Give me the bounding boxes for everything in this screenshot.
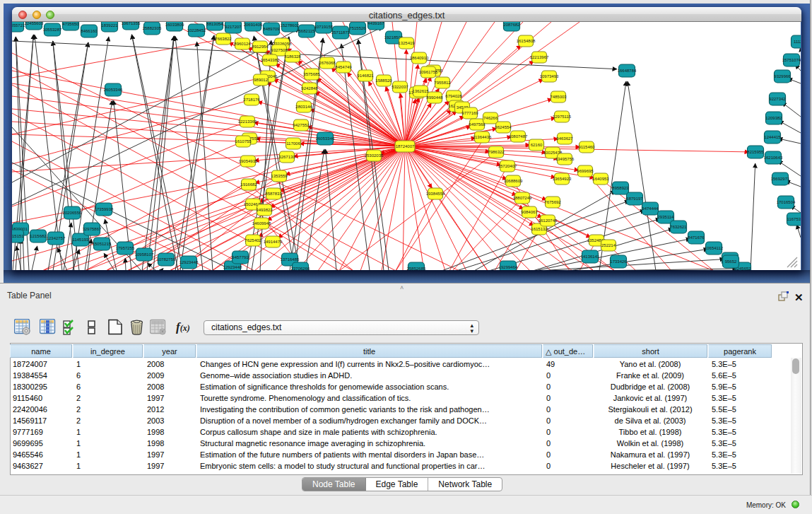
svg-text:4439167: 4439167 (367, 22, 384, 25)
svg-text:7663822: 7663822 (215, 37, 232, 41)
svg-text:6794028: 6794028 (445, 94, 462, 98)
svg-text:14136141: 14136141 (581, 255, 600, 259)
svg-text:8489709: 8489709 (263, 27, 280, 31)
svg-text:8215955: 8215955 (747, 150, 764, 154)
svg-text:7515526: 7515526 (349, 26, 366, 30)
svg-text:9115460: 9115460 (579, 145, 596, 149)
svg-text:6879197: 6879197 (626, 197, 643, 201)
svg-text:8454749: 8454749 (335, 65, 352, 69)
svg-text:7675692: 7675692 (544, 200, 561, 204)
svg-text:8990448: 8990448 (426, 95, 443, 100)
svg-text:15751074: 15751074 (782, 58, 801, 62)
svg-text:1916682: 1916682 (240, 182, 257, 187)
svg-text:2087682: 2087682 (503, 23, 520, 27)
svg-text:12923448: 12923448 (180, 260, 199, 264)
svg-text:1244415: 1244415 (764, 135, 781, 139)
svg-text:1353559: 1353559 (271, 174, 288, 178)
svg-text:9084067: 9084067 (521, 210, 538, 214)
svg-text:8471676: 8471676 (688, 235, 705, 240)
svg-text:3575685: 3575685 (303, 72, 320, 76)
svg-text:2803144: 2803144 (295, 105, 312, 109)
svg-text:25882305: 25882305 (143, 26, 162, 30)
svg-text:20691406: 20691406 (244, 23, 263, 27)
svg-text:17957255: 17957255 (116, 246, 135, 250)
svg-text:2935114: 2935114 (658, 215, 675, 219)
svg-text:10807487: 10807487 (509, 134, 528, 139)
svg-text:2718176: 2718176 (243, 98, 260, 102)
svg-text:15720407: 15720407 (498, 164, 517, 168)
svg-text:9242848: 9242848 (301, 86, 318, 90)
svg-text:16033809: 16033809 (165, 23, 184, 27)
svg-text:9463627: 9463627 (556, 136, 573, 141)
svg-text:23706266: 23706266 (291, 267, 310, 270)
svg-text:1588520: 1588520 (375, 78, 392, 83)
svg-text:5682115: 5682115 (299, 29, 316, 33)
svg-text:26053346: 26053346 (104, 88, 123, 92)
svg-text:9457791: 9457791 (232, 255, 249, 259)
svg-text:1839221: 1839221 (101, 23, 118, 28)
svg-text:12213967: 12213967 (530, 55, 549, 59)
svg-text:10671355: 10671355 (122, 22, 141, 25)
svg-text:25852685: 25852685 (407, 267, 426, 270)
svg-text:9217207: 9217207 (225, 25, 242, 29)
svg-text:19384554: 19384554 (426, 192, 445, 196)
svg-text:989012: 989012 (254, 78, 269, 82)
svg-text:10782759: 10782759 (157, 257, 176, 262)
svg-text:1640953: 1640953 (592, 177, 609, 181)
svg-text:746266: 746266 (483, 116, 498, 120)
svg-text:10719155: 10719155 (314, 25, 334, 29)
svg-text:117006: 117006 (286, 141, 300, 146)
svg-text:14914479: 14914479 (264, 240, 283, 244)
svg-text:13716485: 13716485 (281, 257, 300, 262)
svg-text:2676068: 2676068 (319, 61, 336, 65)
svg-text:17016504: 17016504 (777, 200, 796, 204)
svg-text:12213369: 12213369 (238, 119, 257, 124)
svg-text:18807249: 18807249 (513, 196, 532, 200)
svg-text:20206556: 20206556 (63, 211, 82, 215)
svg-text:7986322: 7986322 (488, 150, 505, 154)
svg-text:14609948: 14609948 (252, 221, 271, 226)
svg-text:8912954: 8912954 (252, 45, 269, 49)
svg-text:10228452: 10228452 (187, 28, 206, 33)
svg-text:26053346: 26053346 (316, 136, 335, 141)
svg-text:19299464: 19299464 (499, 265, 518, 269)
svg-text:16543382: 16543382 (261, 58, 280, 62)
svg-text:95652: 95652 (725, 259, 737, 264)
svg-text:9327508: 9327508 (271, 48, 288, 52)
svg-text:18724007: 18724007 (396, 144, 415, 148)
svg-text:12342757: 12342757 (47, 236, 66, 240)
svg-text:16120746: 16120746 (539, 218, 558, 223)
svg-text:10688609: 10688609 (504, 179, 523, 183)
svg-text:32975867: 32975867 (83, 227, 102, 231)
svg-text:8587831: 8587831 (265, 192, 282, 196)
svg-text:10654112: 10654112 (705, 246, 724, 250)
svg-text:9146821: 9146821 (357, 74, 374, 78)
svg-text:9427552: 9427552 (293, 123, 310, 127)
svg-text:15278602: 15278602 (281, 23, 300, 28)
svg-text:3493822: 3493822 (256, 208, 273, 212)
svg-text:25711873: 25711873 (331, 30, 351, 35)
svg-text:12975115: 12975115 (553, 115, 572, 119)
svg-text:62160: 62160 (531, 143, 543, 147)
svg-text:9474444: 9474444 (642, 206, 659, 211)
svg-text:8813054: 8813054 (206, 22, 223, 26)
svg-text:15051215: 15051215 (93, 242, 112, 246)
svg-text:6497568: 6497568 (469, 122, 486, 127)
svg-text:1167533: 1167533 (787, 217, 801, 221)
svg-text:8466160: 8466160 (81, 29, 98, 33)
svg-text:1145193: 1145193 (73, 238, 90, 242)
svg-text:10973493: 10973493 (540, 74, 559, 78)
svg-text:5322037: 5322037 (392, 85, 408, 89)
svg-text:16648784: 16648784 (618, 69, 637, 73)
svg-text:252214: 252214 (601, 243, 616, 247)
svg-text:25055721: 25055721 (12, 23, 25, 28)
svg-text:12923448: 12923448 (223, 265, 242, 269)
svg-text:7632621: 7632621 (670, 225, 687, 229)
svg-text:1733426: 1733426 (610, 259, 627, 264)
svg-text:18640910: 18640910 (410, 56, 429, 60)
svg-text:13654923: 13654923 (553, 177, 572, 181)
svg-text:3267130: 3267130 (278, 155, 295, 159)
svg-text:21364436: 21364436 (473, 135, 492, 139)
svg-text:1325419: 1325419 (398, 41, 415, 45)
svg-text:22455603: 22455603 (25, 22, 44, 25)
